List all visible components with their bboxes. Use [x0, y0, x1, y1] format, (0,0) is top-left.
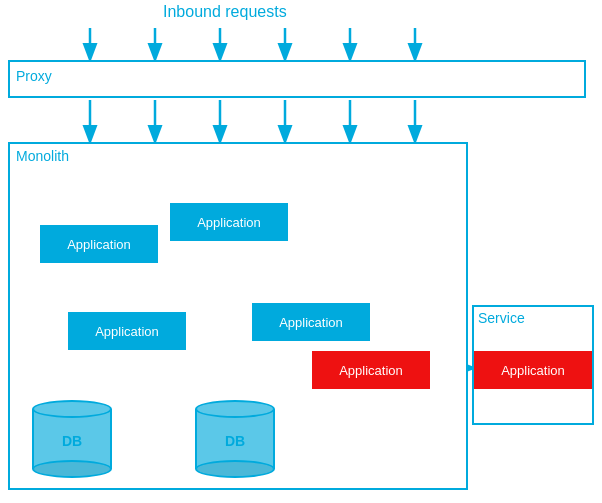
service-app-box-red: Application — [474, 351, 592, 389]
db2-label: DB — [225, 433, 245, 449]
app-box-2: Application — [170, 203, 288, 241]
monolith-label: Monolith — [16, 148, 69, 164]
app-box-5-red: Application — [312, 351, 430, 389]
db2-bottom — [195, 460, 275, 478]
diagram: Inbound requests — [0, 0, 602, 503]
app-box-3: Application — [68, 312, 186, 350]
inbound-label: Inbound requests — [163, 3, 287, 21]
db1-bottom — [32, 460, 112, 478]
app-box-1: Application — [40, 225, 158, 263]
app-box-4: Application — [252, 303, 370, 341]
db2-top — [195, 400, 275, 418]
proxy-label: Proxy — [16, 68, 52, 84]
proxy-box — [8, 60, 586, 98]
db1-label: DB — [62, 433, 82, 449]
service-label: Service — [478, 310, 525, 326]
db2-container: DB — [195, 400, 275, 478]
db1-container: DB — [32, 400, 112, 478]
db1-top — [32, 400, 112, 418]
